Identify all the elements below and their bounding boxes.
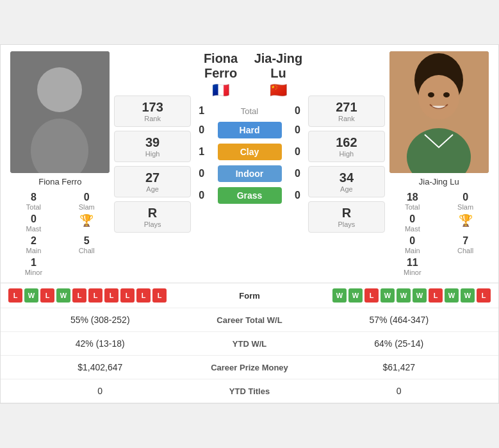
left-rank-label: Rank — [124, 115, 181, 122]
right-age-val: 34 — [318, 170, 375, 185]
left-age-val: 27 — [124, 170, 181, 185]
hard-left-score: 0 — [192, 124, 211, 136]
right-ytd-titles: 0 — [307, 386, 491, 396]
clay-button[interactable]: Clay — [218, 144, 282, 160]
form-badge-l: L — [429, 288, 443, 303]
total-score-row: 1 Total 0 — [192, 105, 307, 117]
right-ytd-wl: 64% (25-14) — [307, 338, 491, 349]
ytd-wl-row: 42% (13-18) YTD W/L 64% (25-14) — [1, 332, 498, 356]
form-badge-l: L — [477, 288, 491, 303]
form-badge-w: W — [332, 288, 347, 303]
form-badge-w: W — [461, 288, 475, 303]
form-badge-w: W — [348, 288, 363, 303]
indoor-button[interactable]: Indoor — [218, 165, 282, 182]
left-prize: $1,402,647 — [8, 362, 192, 372]
right-main-val: 0 — [409, 235, 415, 247]
left-chall-label: Chall — [79, 247, 95, 254]
form-badge-l: L — [120, 288, 135, 303]
right-mast-stat: 0 Mast — [388, 213, 436, 233]
grass-button[interactable]: Grass — [218, 187, 282, 204]
left-plays-val: R — [124, 206, 181, 220]
form-badge-l: L — [72, 288, 86, 303]
left-rank-val: 173 — [124, 100, 181, 115]
form-badge-l: L — [40, 288, 54, 303]
form-badge-w: W — [24, 288, 38, 303]
right-trophy: 🏆 — [441, 213, 489, 233]
left-minor-stat: 1 Minor — [10, 257, 58, 276]
left-age-label: Age — [124, 185, 181, 193]
form-badge-l: L — [8, 288, 22, 303]
right-player-card: Jia-Jing Lu 18 Total 0 Slam 0 Mast 🏆 — [386, 51, 492, 276]
form-badge-w: W — [380, 288, 395, 303]
right-rank-val: 271 — [318, 100, 375, 115]
right-main-label: Main — [405, 247, 420, 254]
svg-point-7 — [428, 92, 434, 97]
left-form-badges: LWLWLLLLLL — [8, 288, 218, 303]
left-mast-val: 0 — [31, 213, 37, 225]
right-age-block: 34 Age — [308, 166, 385, 197]
right-career-wl: 57% (464-347) — [307, 315, 491, 325]
right-main-stat: 0 Main — [388, 235, 436, 254]
bottom-section: LWLWLLLLLL Form WWLWWWLWWL 55% (308-252)… — [1, 283, 498, 403]
right-minor-label: Minor — [404, 269, 421, 276]
left-stats-column: 173 Rank 39 High 27 Age R Plays — [113, 94, 192, 276]
indoor-right-score: 0 — [288, 168, 307, 179]
right-high-label: High — [318, 150, 375, 158]
left-slam-stat: 0 Slam — [63, 192, 111, 211]
left-slam-label: Slam — [79, 203, 95, 211]
hard-score-row: 0 Hard 0 — [192, 122, 307, 138]
right-player-photo — [389, 51, 489, 173]
trophy-icon-right: 🏆 — [459, 213, 473, 228]
left-mast-stat: 0 Mast — [10, 213, 58, 233]
right-plays-label: Plays — [318, 220, 375, 228]
left-main-val: 2 — [31, 235, 37, 247]
form-label: Form — [218, 291, 282, 301]
right-high-val: 162 — [318, 135, 375, 150]
left-total-score: 1 — [192, 105, 211, 117]
career-wl-row: 55% (308-252) Career Total W/L 57% (464-… — [1, 308, 498, 332]
right-slam-stat: 0 Slam — [441, 192, 489, 211]
right-total-val: 18 — [407, 192, 418, 203]
left-main-label: Main — [26, 247, 41, 254]
indoor-score-row: 0 Indoor 0 — [192, 165, 307, 182]
right-slam-val: 0 — [462, 192, 468, 203]
form-badge-w: W — [445, 288, 459, 303]
left-minor-label: Minor — [25, 269, 43, 276]
grass-score-row: 0 Grass 0 — [192, 187, 307, 204]
right-player-name-header: Jia-Jing Lu — [250, 51, 307, 81]
right-high-block: 162 High — [308, 131, 385, 162]
right-rank-label: Rank — [318, 115, 375, 122]
form-badge-l: L — [88, 288, 102, 303]
total-label: Total — [211, 106, 288, 116]
right-prize: $61,427 — [307, 362, 491, 372]
left-high-label: High — [124, 150, 181, 158]
left-minor-val: 1 — [31, 257, 37, 269]
right-flag: 🇨🇳 — [270, 82, 287, 99]
clay-left-score: 1 — [192, 146, 211, 158]
svg-point-1 — [37, 67, 82, 112]
svg-point-6 — [418, 75, 459, 120]
form-badge-l: L — [104, 288, 119, 303]
right-stats-column: 271 Rank 162 High 34 Age R Plays — [307, 94, 386, 276]
clay-right-score: 0 — [288, 146, 307, 158]
left-total-stat: 8 Total — [10, 192, 58, 211]
right-mast-val: 0 — [409, 213, 415, 225]
left-main-stat: 2 Main — [10, 235, 58, 254]
right-slam-label: Slam — [457, 203, 473, 211]
svg-point-8 — [443, 92, 450, 97]
left-player-name: Fiona Ferro — [38, 177, 81, 187]
left-ytd-wl: 42% (13-18) — [8, 338, 192, 349]
form-badge-l: L — [152, 288, 167, 303]
form-badge-w: W — [413, 288, 427, 303]
left-rank-block: 173 Rank — [114, 95, 191, 127]
right-age-label: Age — [318, 185, 375, 193]
right-rank-block: 271 Rank — [308, 95, 385, 127]
ytd-titles-row: 0 YTD Titles 0 — [1, 379, 498, 403]
right-total-label: Total — [405, 203, 420, 211]
hard-button[interactable]: Hard — [218, 122, 282, 138]
left-career-wl: 55% (308-252) — [8, 315, 192, 325]
left-high-val: 39 — [124, 135, 181, 150]
left-chall-stat: 5 Chall — [63, 235, 111, 254]
right-chall-stat: 7 Chall — [441, 235, 489, 254]
grass-left-score: 0 — [192, 190, 211, 201]
